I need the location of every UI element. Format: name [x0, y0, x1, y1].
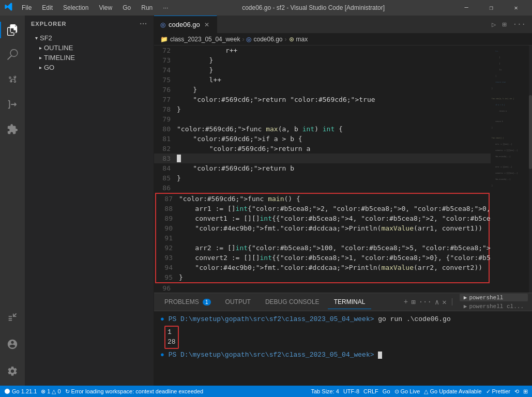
breadcrumb-sep-1: › [242, 36, 244, 43]
terminal-output-lines: 1 28 [164, 325, 526, 350]
line-code [177, 183, 491, 193]
line-number: 83 [154, 154, 177, 163]
arrow-icon: ▸ [39, 45, 42, 51]
prettier-label: Prettier [492, 388, 510, 394]
line-row: 95} [155, 272, 490, 283]
run-debug-activity-icon[interactable] [0, 92, 25, 117]
line-code: "color:#569cd6;">func main() { [179, 194, 489, 204]
menu-more[interactable]: ··· [159, 3, 172, 12]
warning-count: 0 [57, 388, 60, 394]
line-row: 76 } [154, 85, 491, 95]
panel-close-button[interactable]: ✕ [442, 298, 446, 307]
menu-view[interactable]: View [95, 3, 116, 12]
title-bar-left: File Edit Selection View Go Run ··· [4, 2, 172, 14]
status-errors[interactable]: ⊗ 1 △ 0 [41, 388, 60, 395]
status-go-version[interactable]: Go 1.21.1 [4, 388, 37, 394]
status-line-ending[interactable]: CRLF [363, 388, 378, 394]
line-number: 92 [156, 243, 179, 253]
panel-tab-output[interactable]: OUTPUT [219, 295, 257, 309]
powershell-tab-2[interactable]: ▶ powershell cl... [460, 302, 528, 310]
status-go-update[interactable]: △ Go Update Available [424, 388, 481, 395]
explorer-activity-icon[interactable] [0, 18, 25, 42]
code-editor[interactable]: 72 r++73 }74 }75 l++76 }77 "color:#569cd… [154, 45, 491, 293]
breadcrumb: 📁 class_2023_05_04_week › ◎ code06.go › … [154, 34, 532, 45]
tab-code06-go[interactable]: ◎ code06.go ✕ [154, 16, 217, 34]
split-editor-button[interactable]: ⊞ [500, 18, 508, 31]
line-number: 95 [156, 272, 179, 282]
menu-run[interactable]: Run [137, 3, 157, 12]
problems-badge: 1 [203, 299, 211, 306]
terminal-split-button[interactable]: ⊞ [411, 298, 415, 307]
status-layout-icon[interactable]: ⊞ [523, 388, 528, 395]
sidebar-item-label: GO [44, 64, 54, 71]
terminal-options-button[interactable]: ··· [419, 298, 432, 306]
settings-activity-icon[interactable] [0, 359, 25, 384]
status-error-msg[interactable]: ↻ Error loading workspace: context deadl… [65, 388, 204, 395]
prettier-icon: ✓ [486, 388, 491, 395]
line-number: 75 [154, 75, 177, 85]
source-control-activity-icon[interactable] [0, 67, 25, 92]
menu-file[interactable]: File [18, 3, 36, 12]
terminal-content[interactable]: ● PS D:\mysetup\gopath\src\sf2\class_202… [154, 311, 532, 386]
close-button[interactable]: ✕ [504, 0, 528, 16]
line-row: 80"color:#569cd6;">func max(a, b int) in… [154, 124, 491, 134]
panel-tab-debug-console[interactable]: DEBUG CONSOLE [259, 295, 326, 309]
go-version-label: Go 1.21.1 [12, 388, 37, 394]
terminal-cmd-1: go run .\code06.go [374, 315, 451, 323]
sidebar-header: EXPLORER ··· [25, 16, 154, 32]
status-feedback-icon[interactable]: ⟲ [514, 388, 519, 395]
maximize-button[interactable]: ❐ [479, 0, 503, 16]
line-code: convert2 := [][]int{{"color:#b5cea8;">1,… [179, 253, 491, 263]
menu-edit[interactable]: Edit [38, 3, 57, 12]
panel-tab-problems[interactable]: PROBLEMS 1 [158, 295, 217, 309]
line-row: 88 arr1 := []int{"color:#b5cea8;">2, "co… [155, 204, 490, 213]
sidebar-item-go[interactable]: ▸ GO [25, 63, 154, 72]
menu-selection[interactable]: Selection [59, 3, 93, 12]
line-number: 87 [156, 194, 179, 204]
add-terminal-button[interactable]: + [404, 298, 408, 306]
powershell-tab-1[interactable]: ▶ powershell [460, 294, 528, 301]
line-number: 77 [154, 95, 177, 104]
terminal-line-1: ● PS D:\mysetup\gopath\src\sf2\class_202… [160, 314, 526, 325]
sidebar-item-label: TIMELINE [44, 54, 75, 62]
status-encoding[interactable]: UTF-8 [343, 388, 359, 394]
breadcrumb-folder-name[interactable]: class_2023_05_04_week [170, 36, 240, 43]
bottom-panel: PROBLEMS 1 OUTPUT DEBUG CONSOLE TERMINAL… [154, 293, 532, 386]
terminal-line-2: ● PS D:\mysetup\gopath\src\sf2\class_202… [160, 350, 526, 360]
line-number: 79 [154, 114, 177, 124]
accounts-activity-icon[interactable] [0, 332, 25, 357]
breadcrumb-file[interactable]: code06.go [253, 36, 282, 43]
status-language[interactable]: Go [383, 388, 390, 394]
line-number: 93 [156, 253, 179, 263]
extensions-activity-icon[interactable] [0, 117, 25, 142]
sidebar-item-sf2[interactable]: ▾ SF2 [25, 33, 154, 43]
run-button[interactable]: ▷ [490, 18, 498, 31]
line-code: arr1 := []int{"color:#b5cea8;">2, "color… [179, 204, 491, 213]
sidebar-item-outline[interactable]: ▸ OUTLINE [25, 43, 154, 53]
sidebar-more-button[interactable]: ··· [140, 20, 147, 28]
line-number: 81 [154, 134, 177, 144]
status-tab-size[interactable]: Tab Size: 4 [311, 388, 339, 394]
menu-go[interactable]: Go [118, 3, 135, 12]
search-activity-icon[interactable] [0, 42, 25, 67]
status-prettier[interactable]: ✓ Prettier [486, 388, 510, 395]
sidebar-item-timeline[interactable]: ▸ TIMELINE [25, 53, 154, 63]
line-row: 92 arr2 := []int{"color:#b5cea8;">100, "… [155, 243, 490, 253]
more-actions-button[interactable]: ··· [511, 18, 528, 30]
editor-wrapper: 72 r++73 }74 }75 l++76 }77 "color:#569cd… [154, 45, 532, 293]
line-code: } [177, 104, 491, 114]
status-bar-left: Go 1.21.1 ⊗ 1 △ 0 ↻ Error loading worksp… [4, 388, 203, 395]
status-go-live[interactable]: ⊙ Go Live [394, 388, 420, 395]
minimize-button[interactable]: ─ [454, 0, 478, 16]
line-row: 74 } [154, 65, 491, 75]
line-code [177, 154, 491, 163]
breadcrumb-symbol[interactable]: max [296, 36, 308, 43]
panel-maximize-button[interactable]: ∧ [435, 298, 439, 307]
terminal-prompt-2: PS D:\mysetup\gopath\src\sf2\class_2023_… [169, 351, 374, 359]
breadcrumb-folder[interactable]: 📁 [160, 36, 168, 43]
tab-close-button[interactable]: ✕ [203, 20, 210, 29]
line-number: 84 [154, 163, 177, 173]
panel-tab-terminal[interactable]: TERMINAL [328, 295, 372, 309]
error-msg-icon: ↻ [65, 388, 70, 395]
testing-activity-icon[interactable] [0, 305, 25, 330]
